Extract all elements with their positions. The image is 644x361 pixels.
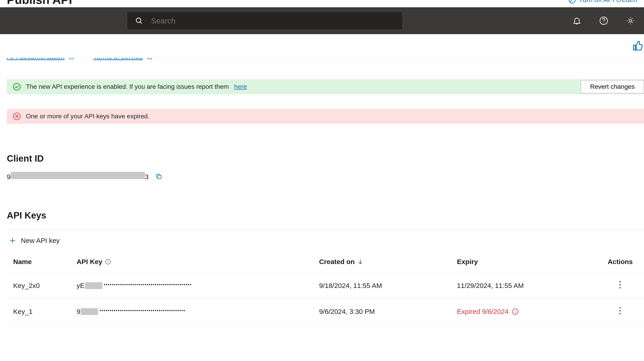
turn-off-label: Turn off API creden — [579, 0, 637, 4]
info-icon — [512, 308, 519, 315]
copy-icon — [155, 173, 162, 180]
svg-point-25 — [620, 310, 621, 311]
svg-point-16 — [108, 260, 108, 261]
copy-client-id-button[interactable] — [155, 173, 162, 180]
success-banner: The new API experience is enabled. If yo… — [7, 79, 644, 94]
redacted-block — [81, 308, 98, 315]
success-icon — [13, 83, 21, 91]
success-text: The new API experience is enabled. If yo… — [26, 83, 229, 90]
turn-off-api-creds-link[interactable]: Turn off API creden — [568, 0, 637, 4]
svg-point-20 — [620, 287, 621, 288]
thumbs-up-icon — [632, 41, 643, 52]
svg-point-2 — [136, 18, 141, 23]
gear-icon — [626, 16, 635, 25]
col-name-header[interactable]: Name — [7, 251, 74, 273]
revert-changes-button[interactable]: Revert changes — [581, 80, 644, 93]
tos-label: Terms of service — [93, 58, 143, 61]
new-api-key-label: New API key — [21, 237, 60, 244]
page-title: Publish API — [7, 0, 72, 7]
api-documentation-label: API documentation — [7, 58, 64, 61]
plus-icon — [9, 237, 16, 244]
svg-point-6 — [630, 20, 632, 22]
key-created: 9/6/2024, 3:30 PM — [316, 299, 454, 324]
key-expiry: Expired 9/6/2024 — [454, 299, 596, 324]
col-expiry-header[interactable]: Expiry — [454, 251, 596, 273]
key-actions — [596, 273, 644, 299]
api-keys-heading: API Keys — [7, 210, 644, 221]
notifications-button[interactable] — [564, 7, 590, 34]
svg-point-19 — [620, 284, 621, 285]
client-id-heading: Client ID — [7, 153, 644, 164]
search-input[interactable] — [151, 17, 394, 25]
col-apikey-header[interactable]: API Key — [74, 251, 316, 273]
header-links-row: API documentation Terms of service — [7, 58, 637, 72]
svg-point-0 — [569, 0, 575, 3]
redacted-block — [85, 282, 102, 289]
svg-point-23 — [515, 310, 516, 311]
row-actions-button[interactable] — [600, 307, 641, 314]
key-actions — [596, 299, 644, 324]
feedback-button[interactable] — [632, 41, 643, 52]
util-strip — [0, 34, 644, 58]
bell-icon — [572, 16, 582, 25]
success-here-link[interactable]: here — [234, 83, 247, 90]
more-vertical-icon — [619, 307, 621, 314]
key-created: 9/18/2024, 11:55 AM — [316, 273, 454, 299]
sort-desc-icon — [357, 259, 363, 265]
api-documentation-link[interactable]: API documentation — [7, 58, 75, 61]
table-row: Key_19••••••••••••••••••••••••••••••••••… — [7, 299, 644, 324]
search-icon — [135, 17, 143, 25]
search-box[interactable] — [128, 12, 402, 29]
command-bar — [0, 7, 644, 34]
new-api-key-button[interactable]: New API key — [7, 237, 60, 244]
table-row: Key_2x0yE•••••••••••••••••••••••••••••••… — [7, 273, 644, 299]
col-created-header[interactable]: Created on — [316, 251, 454, 273]
error-icon — [13, 112, 21, 120]
svg-line-3 — [140, 22, 142, 24]
client-id-value: 93 — [7, 172, 148, 181]
help-button[interactable] — [590, 7, 617, 34]
error-text: One or more of your API keys have expire… — [26, 113, 150, 120]
settings-button[interactable] — [617, 7, 644, 34]
page-header: Publish API Turn off API creden — [0, 0, 644, 7]
open-icon — [146, 58, 153, 60]
api-keys-section: API Keys New API key Name API Key — [7, 210, 644, 324]
svg-point-7 — [14, 83, 20, 90]
svg-point-18 — [620, 281, 621, 282]
key-name: Key_2x0 — [7, 273, 74, 299]
redacted-block — [11, 172, 145, 179]
api-keys-table: Name API Key Created on Expiry — [7, 251, 644, 324]
error-banner: One or more of your API keys have expire… — [7, 109, 644, 124]
key-value: 9•••••••••••••••••••••••••••••••••••••••… — [74, 299, 316, 324]
row-actions-button[interactable] — [600, 281, 641, 289]
svg-point-24 — [620, 307, 621, 308]
svg-point-5 — [604, 23, 604, 23]
svg-line-1 — [570, 0, 574, 2]
key-value: yE••••••••••••••••••••••••••••••••••••••… — [74, 273, 316, 299]
svg-point-26 — [620, 313, 621, 314]
more-vertical-icon — [619, 281, 621, 289]
key-name: Key_1 — [7, 299, 74, 324]
terms-of-service-link[interactable]: Terms of service — [93, 58, 153, 61]
col-actions-header: Actions — [596, 251, 644, 273]
disable-icon — [568, 0, 576, 4]
open-icon — [68, 58, 75, 60]
client-id-section: Client ID 93 — [7, 153, 644, 181]
svg-rect-11 — [158, 175, 161, 179]
info-icon — [105, 259, 111, 265]
key-expiry: 11/29/2024, 11:55 AM — [454, 273, 596, 299]
help-icon — [599, 16, 608, 25]
